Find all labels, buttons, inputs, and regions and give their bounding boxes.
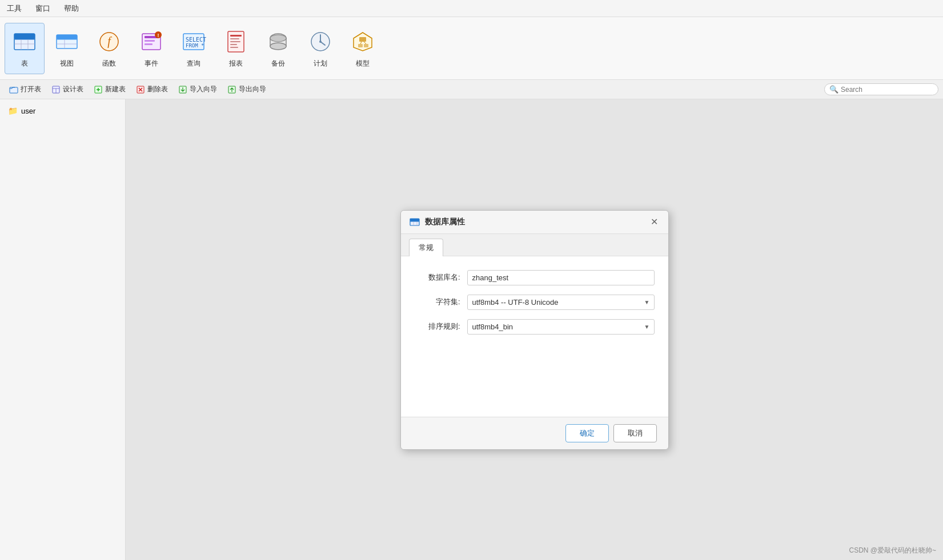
delete-table-label: 删除表: [147, 84, 168, 94]
menu-help[interactable]: 帮助: [62, 2, 81, 15]
toolbar-label-func: 函数: [102, 59, 116, 69]
svg-rect-55: [410, 219, 419, 221]
sidebar-item-label: user: [21, 107, 35, 115]
import-wizard-button[interactable]: 导入向导: [174, 83, 222, 96]
dialog-title-icon: [409, 216, 420, 228]
toolbar-item-query[interactable]: SELECT FROM * 查询: [174, 23, 214, 74]
svg-text:FROM *: FROM *: [186, 43, 204, 49]
svg-text:SELECT: SELECT: [186, 37, 206, 43]
new-table-button[interactable]: 新建表: [89, 83, 130, 96]
dialog-title: 数据库属性: [425, 217, 644, 227]
report-icon: [222, 28, 250, 55]
new-table-label: 新建表: [105, 84, 126, 94]
export-wizard-label: 导出向导: [239, 84, 266, 94]
dialog-footer: 确定 取消: [401, 417, 668, 449]
design-icon: [51, 85, 61, 94]
charset-label: 字符集:: [415, 297, 460, 307]
svg-rect-25: [230, 41, 240, 42]
toolbar-item-func[interactable]: f 函数: [89, 23, 129, 74]
database-properties-dialog: 数据库属性 ✕ 常规 数据库名: 字符集:: [400, 210, 669, 450]
toolbar-label-backup: 备份: [271, 59, 285, 69]
model-icon: [349, 28, 376, 55]
event-icon: !: [138, 28, 165, 55]
db-name-label: 数据库名:: [415, 272, 460, 283]
design-table-label: 设计表: [63, 84, 83, 94]
svg-point-31: [270, 35, 286, 42]
toolbar-item-table[interactable]: 表: [5, 23, 45, 74]
svg-rect-16: [145, 43, 153, 45]
svg-rect-26: [230, 44, 237, 45]
dialog-close-button[interactable]: ✕: [649, 216, 660, 228]
toolbar-item-view[interactable]: 视图: [47, 23, 87, 74]
toolbar-label-report: 报表: [229, 59, 243, 69]
collation-select-wrapper: utf8mb4_bin utf8mb4_general_ci utf8mb4_u…: [467, 319, 655, 335]
delete-table-button[interactable]: 删除表: [131, 83, 172, 96]
charset-select-wrapper: utf8mb4 -- UTF-8 Unicode utf8 -- UTF-8 U…: [467, 295, 655, 310]
open-table-button[interactable]: 打开表: [5, 83, 46, 96]
charset-select[interactable]: utf8mb4 -- UTF-8 Unicode utf8 -- UTF-8 U…: [467, 295, 655, 310]
svg-rect-23: [230, 35, 242, 37]
main-content: 📁 user 数据库: [0, 99, 943, 560]
collation-row: 排序规则: utf8mb4_bin utf8mb4_general_ci utf…: [415, 319, 655, 335]
search-input[interactable]: [841, 86, 933, 94]
cancel-button[interactable]: 取消: [613, 424, 657, 442]
db-name-input[interactable]: [467, 270, 655, 285]
db-name-row: 数据库名:: [415, 270, 655, 285]
toolbar-label-table: 表: [21, 59, 28, 69]
search-icon: 🔍: [829, 85, 838, 94]
svg-rect-7: [57, 35, 77, 39]
svg-rect-1: [14, 34, 35, 39]
dialog-body: 数据库名: 字符集: utf8mb4 -- UTF-8 Unicode utf8…: [401, 256, 668, 417]
open-table-label: 打开表: [21, 84, 41, 94]
toolbar-label-model: 模型: [356, 59, 370, 69]
svg-rect-24: [230, 38, 239, 39]
toolbar-item-schedule[interactable]: 计划: [300, 23, 340, 74]
toolbar-label-event: 事件: [145, 59, 158, 69]
content-area: 数据库属性 ✕ 常规 数据库名: 字符集:: [126, 99, 943, 560]
toolbar-label-view: 视图: [60, 59, 74, 69]
import-icon: [178, 85, 187, 94]
export-wizard-button[interactable]: 导出向导: [223, 83, 271, 96]
svg-text:!: !: [158, 33, 159, 38]
sidebar-item-user[interactable]: 📁 user: [5, 104, 121, 118]
charset-row: 字符集: utf8mb4 -- UTF-8 Unicode utf8 -- UT…: [415, 295, 655, 310]
menu-window[interactable]: 窗口: [33, 2, 53, 15]
toolbar-item-backup[interactable]: 备份: [258, 23, 298, 74]
delete-icon: [136, 85, 145, 94]
query-icon: SELECT FROM *: [180, 28, 207, 55]
toolbar-item-event[interactable]: ! 事件: [131, 23, 171, 74]
backup-icon: [264, 28, 292, 55]
toolbar-label-query: 查询: [187, 59, 200, 69]
toolbar-item-model[interactable]: 模型: [343, 23, 383, 74]
collation-select[interactable]: utf8mb4_bin utf8mb4_general_ci utf8mb4_u…: [467, 319, 655, 335]
view-icon: [53, 28, 81, 55]
action-bar: 打开表 设计表 新建表 删除表: [0, 80, 943, 99]
svg-rect-38: [358, 44, 363, 47]
svg-rect-39: [364, 44, 368, 47]
sidebar: 📁 user: [0, 99, 126, 560]
svg-rect-15: [145, 40, 155, 42]
toolbar-label-schedule: 计划: [314, 59, 327, 69]
import-wizard-label: 导入向导: [190, 84, 217, 94]
ok-button[interactable]: 确定: [565, 424, 609, 442]
dialog-titlebar: 数据库属性 ✕: [401, 211, 668, 234]
menu-bar: 工具 窗口 帮助: [0, 0, 943, 17]
collation-label: 排序规则:: [415, 321, 460, 332]
design-table-button[interactable]: 设计表: [47, 83, 88, 96]
svg-point-35: [319, 41, 322, 43]
toolbar: 表 视图 f 函数: [0, 17, 943, 80]
menu-tools[interactable]: 工具: [5, 2, 24, 15]
schedule-icon: [307, 28, 334, 55]
toolbar-item-report[interactable]: 报表: [216, 23, 256, 74]
export-icon: [227, 85, 236, 94]
search-box[interactable]: 🔍: [824, 83, 938, 95]
open-icon: [9, 85, 18, 94]
modal-overlay: 数据库属性 ✕ 常规 数据库名: 字符集:: [126, 99, 943, 560]
dialog-tab-general[interactable]: 常规: [409, 239, 443, 256]
folder-icon: 📁: [8, 106, 18, 115]
func-icon: f: [95, 28, 123, 55]
new-icon: [94, 85, 103, 94]
table-icon: [11, 28, 38, 55]
svg-point-30: [270, 43, 286, 50]
dialog-tabs: 常规: [401, 234, 668, 256]
